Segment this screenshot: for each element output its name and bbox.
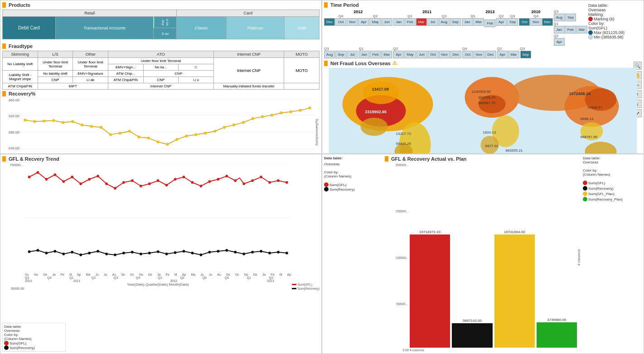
month-may-2012[interactable]: May xyxy=(369,18,381,26)
svg-point-114 xyxy=(122,252,125,254)
month-mar-2011[interactable]: Mar xyxy=(416,18,427,26)
svg-point-124 xyxy=(208,251,211,254)
bottom-right-panel: Data table: Overseas Color by: (Column N… xyxy=(322,154,644,354)
ato-lia: Li a xyxy=(179,77,214,83)
svg-point-40 xyxy=(361,118,388,136)
max-dot xyxy=(588,30,593,35)
svg-point-5 xyxy=(24,119,26,121)
platinum-cell: Platinum xyxy=(226,17,284,39)
month-jan-2013[interactable]: Jan xyxy=(462,18,473,26)
svg-point-119 xyxy=(165,253,168,255)
month-nov-2010[interactable]: Nov xyxy=(530,18,541,26)
gfl-bar xyxy=(410,234,450,348)
additional-time-rows: Q3 Aug Sep Q1 Jan Feb xyxy=(554,10,587,46)
svg-point-10 xyxy=(71,120,74,123)
svg-point-107 xyxy=(62,253,65,255)
skimming-atm: ATM Chip&PIN xyxy=(3,83,38,90)
svg-point-74 xyxy=(45,178,48,181)
gfl-x-years: 2010201120122013 xyxy=(25,279,291,282)
skimming-liability-shift: Liability Shift - Magnet stripe xyxy=(3,71,38,83)
ls-liab: Li ab xyxy=(73,77,108,83)
top-left-panel: Products Retail Card Debit Card Transact… xyxy=(0,0,322,154)
svg-point-88 xyxy=(165,184,168,187)
bar-legend-recovery-plan-dot xyxy=(583,197,587,201)
month-aug-2011[interactable]: Aug xyxy=(439,18,450,26)
month-dec-2012[interactable]: Dec xyxy=(324,18,335,26)
svg-point-87 xyxy=(157,179,160,182)
svg-point-102 xyxy=(286,181,288,184)
month-sep-2013[interactable]: Sep xyxy=(507,18,518,26)
svg-point-84 xyxy=(131,179,134,182)
svg-text:2319902.65: 2319902.65 xyxy=(365,110,387,114)
trans-accounts-cell: Transactional Accounts xyxy=(56,17,154,39)
ls-underfloor: Under floor limit Terminal xyxy=(38,58,73,71)
month-feb-2011[interactable]: Feb xyxy=(405,18,416,26)
svg-point-22 xyxy=(185,134,188,137)
gfl-x-label: Year(Date) Quarter(Date) Month(Date) xyxy=(25,282,291,287)
svg-point-6 xyxy=(33,120,36,123)
bar-x-label: 4 columns xyxy=(410,349,577,352)
svg-point-76 xyxy=(62,180,65,183)
recovery-plan-bar xyxy=(537,322,577,348)
skimming-no-liability: No Liability shift xyxy=(3,58,38,71)
svg-point-116 xyxy=(140,253,142,255)
svg-point-105 xyxy=(45,252,48,254)
svg-point-129 xyxy=(251,251,254,254)
gold-cell: Gold xyxy=(284,17,319,39)
svg-point-9 xyxy=(62,121,64,124)
month-jan-2011[interactable]: Jan xyxy=(393,18,404,26)
svg-text:13217.72: 13217.72 xyxy=(396,132,412,136)
svg-point-106 xyxy=(53,250,56,253)
month-nov-2012[interactable]: Nov xyxy=(347,18,358,26)
month-oct-2010[interactable]: Oct xyxy=(519,18,530,26)
fraudtype-title: Fraudtype xyxy=(2,43,320,49)
year-2010: 2010 Q4 Oct Nov Dec xyxy=(519,10,552,26)
legend-recovery-dot xyxy=(4,345,9,350)
recovery-y-label: Sum(recovery%) xyxy=(315,98,320,154)
gfl-chart-area: OcNoDeJaFeMApMaJuJuAuSeOcNoDeJaFeMApMaJu… xyxy=(25,163,291,290)
month-apr-2013[interactable]: Apr xyxy=(496,18,507,26)
fraud-header-cnp: Internet CNP xyxy=(213,51,284,58)
bar-y-axis: 200000... 150000... 100000... 50000.... … xyxy=(385,163,410,352)
recovery-section: Recovery% 360.00 320.00 280.00 240.00 20… xyxy=(2,91,320,154)
mift-label: MIFT xyxy=(38,83,108,90)
bar-chart-legend: Data table: Overseas Color by: (Column N… xyxy=(583,156,642,352)
svg-point-132 xyxy=(277,251,280,254)
month-feb-2013[interactable]: Feb xyxy=(484,19,495,27)
svg-point-19 xyxy=(156,140,159,143)
recovery-title: Recovery% xyxy=(2,91,320,96)
fraud-header-moto: MOTO xyxy=(284,51,320,58)
svg-point-82 xyxy=(114,187,116,190)
svg-point-7 xyxy=(43,120,45,122)
fraud-header-ato: ATO xyxy=(108,51,213,58)
svg-point-108 xyxy=(71,251,73,254)
gfl-plan-bar xyxy=(494,234,535,348)
gfl-y-axis-left: 750000.... 50000.00 xyxy=(2,163,25,290)
month-jun-2012[interactable]: Jun xyxy=(382,18,392,26)
bottom-right-trend-legend: Data table: Overseas Color by: (Column N… xyxy=(324,156,383,352)
svg-point-100 xyxy=(268,181,271,184)
svg-point-39 xyxy=(363,81,399,104)
sav-cell: S av xyxy=(154,28,177,39)
br-recovery-dot xyxy=(324,187,329,191)
internet-cnp-bottom: Internet CNP xyxy=(108,83,213,90)
svg-point-117 xyxy=(148,252,151,254)
svg-point-8 xyxy=(52,119,55,122)
svg-text:13335.23: 13335.23 xyxy=(399,153,415,154)
month-apr-2012[interactable]: Apr xyxy=(358,18,369,26)
bar-y-label: 4 columns xyxy=(577,163,581,352)
fraudtype-section: Fraudtype Skimming L/S Other ATO Interne… xyxy=(2,43,320,90)
svg-text:868587.75: 868587.75 xyxy=(479,101,496,105)
recovery-plan-bar-wrap: 3739980.00 xyxy=(537,318,577,348)
bars-container: 16718372.43 3667142.00 16741664.00 xyxy=(410,163,577,349)
month-sep-2011[interactable]: Sep xyxy=(450,18,461,26)
month-oct-2012[interactable]: Oct xyxy=(335,18,346,26)
gfl-trend-title: GFL & Recvery Trend xyxy=(2,156,320,162)
svg-point-130 xyxy=(260,250,262,253)
svg-point-83 xyxy=(122,181,125,184)
month-mar-2013[interactable]: Mar xyxy=(473,18,484,26)
svg-point-90 xyxy=(183,176,185,178)
svg-point-95 xyxy=(225,175,228,177)
month-jul-2011[interactable]: Jul xyxy=(427,18,438,26)
month-dec-2010[interactable]: Dec xyxy=(542,18,553,26)
